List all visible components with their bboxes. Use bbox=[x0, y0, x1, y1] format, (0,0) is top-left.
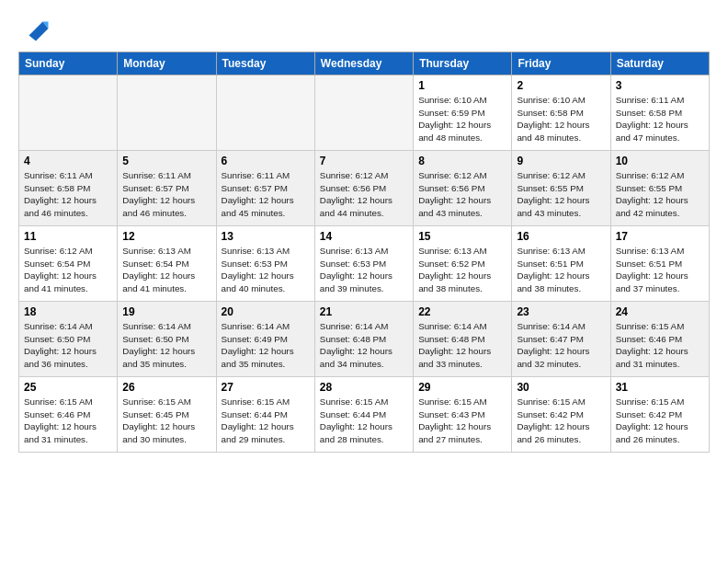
calendar-cell bbox=[314, 75, 413, 151]
col-header-friday: Friday bbox=[512, 52, 610, 75]
day-number: 24 bbox=[616, 305, 704, 318]
day-number: 14 bbox=[320, 230, 408, 243]
day-number: 15 bbox=[418, 230, 506, 243]
calendar-table: SundayMondayTuesdayWednesdayThursdayFrid… bbox=[18, 52, 710, 453]
calendar-cell bbox=[118, 75, 216, 151]
calendar-cell: 9Sunrise: 6:12 AMSunset: 6:55 PMDaylight… bbox=[512, 151, 610, 226]
day-number: 25 bbox=[24, 381, 112, 394]
day-number: 23 bbox=[517, 305, 605, 318]
calendar-cell: 5Sunrise: 6:11 AMSunset: 6:57 PMDaylight… bbox=[118, 151, 216, 226]
calendar-cell: 22Sunrise: 6:14 AMSunset: 6:48 PMDayligh… bbox=[414, 302, 512, 377]
day-number: 20 bbox=[222, 305, 310, 318]
day-number: 7 bbox=[320, 155, 408, 167]
day-info: Sunrise: 6:12 AMSunset: 6:55 PMDaylight:… bbox=[616, 169, 704, 220]
calendar-cell: 24Sunrise: 6:15 AMSunset: 6:46 PMDayligh… bbox=[610, 302, 709, 377]
day-info: Sunrise: 6:14 AMSunset: 6:50 PMDaylight:… bbox=[122, 320, 210, 371]
day-info: Sunrise: 6:15 AMSunset: 6:44 PMDaylight:… bbox=[222, 396, 310, 446]
day-number: 9 bbox=[517, 155, 605, 167]
calendar-cell: 4Sunrise: 6:11 AMSunset: 6:58 PMDaylight… bbox=[19, 151, 118, 226]
day-number: 4 bbox=[24, 155, 112, 167]
calendar-cell: 14Sunrise: 6:13 AMSunset: 6:53 PMDayligh… bbox=[314, 226, 413, 302]
day-number: 3 bbox=[616, 79, 704, 92]
calendar-cell: 28Sunrise: 6:15 AMSunset: 6:44 PMDayligh… bbox=[314, 377, 413, 453]
calendar-cell: 17Sunrise: 6:13 AMSunset: 6:51 PMDayligh… bbox=[610, 226, 709, 302]
day-info: Sunrise: 6:15 AMSunset: 6:42 PMDaylight:… bbox=[616, 396, 704, 446]
calendar-cell: 16Sunrise: 6:13 AMSunset: 6:51 PMDayligh… bbox=[512, 226, 610, 302]
calendar-week-row: 18Sunrise: 6:14 AMSunset: 6:50 PMDayligh… bbox=[19, 302, 710, 377]
day-number: 10 bbox=[616, 155, 704, 167]
day-info: Sunrise: 6:11 AMSunset: 6:57 PMDaylight:… bbox=[222, 169, 310, 220]
day-info: Sunrise: 6:14 AMSunset: 6:48 PMDaylight:… bbox=[320, 320, 408, 371]
day-number: 11 bbox=[24, 230, 112, 243]
calendar-cell: 15Sunrise: 6:13 AMSunset: 6:52 PMDayligh… bbox=[414, 226, 512, 302]
page-container: SundayMondayTuesdayWednesdayThursdayFrid… bbox=[0, 0, 728, 462]
calendar-cell: 10Sunrise: 6:12 AMSunset: 6:55 PMDayligh… bbox=[610, 151, 709, 226]
day-info: Sunrise: 6:12 AMSunset: 6:55 PMDaylight:… bbox=[517, 169, 605, 220]
day-number: 2 bbox=[517, 79, 605, 92]
calendar-cell bbox=[19, 75, 118, 151]
calendar-cell: 1Sunrise: 6:10 AMSunset: 6:59 PMDaylight… bbox=[414, 75, 512, 151]
logo-icon bbox=[22, 15, 50, 42]
day-number: 1 bbox=[418, 79, 506, 92]
day-info: Sunrise: 6:10 AMSunset: 6:58 PMDaylight:… bbox=[517, 94, 605, 144]
calendar-week-row: 1Sunrise: 6:10 AMSunset: 6:59 PMDaylight… bbox=[19, 75, 710, 151]
day-number: 13 bbox=[222, 230, 310, 243]
day-info: Sunrise: 6:15 AMSunset: 6:46 PMDaylight:… bbox=[24, 396, 112, 446]
day-info: Sunrise: 6:11 AMSunset: 6:57 PMDaylight:… bbox=[122, 169, 210, 220]
day-info: Sunrise: 6:15 AMSunset: 6:42 PMDaylight:… bbox=[517, 396, 605, 446]
day-number: 12 bbox=[122, 230, 210, 243]
col-header-sunday: Sunday bbox=[19, 52, 118, 75]
calendar-cell: 6Sunrise: 6:11 AMSunset: 6:57 PMDaylight… bbox=[216, 151, 314, 226]
day-info: Sunrise: 6:11 AMSunset: 6:58 PMDaylight:… bbox=[24, 169, 112, 220]
calendar-cell: 12Sunrise: 6:13 AMSunset: 6:54 PMDayligh… bbox=[118, 226, 216, 302]
day-number: 28 bbox=[320, 381, 408, 394]
day-info: Sunrise: 6:12 AMSunset: 6:56 PMDaylight:… bbox=[320, 169, 408, 220]
calendar-cell: 8Sunrise: 6:12 AMSunset: 6:56 PMDaylight… bbox=[414, 151, 512, 226]
day-info: Sunrise: 6:13 AMSunset: 6:52 PMDaylight:… bbox=[418, 245, 506, 295]
day-info: Sunrise: 6:11 AMSunset: 6:58 PMDaylight:… bbox=[616, 94, 704, 144]
calendar-cell: 23Sunrise: 6:14 AMSunset: 6:47 PMDayligh… bbox=[512, 302, 610, 377]
day-number: 16 bbox=[517, 230, 605, 243]
day-info: Sunrise: 6:15 AMSunset: 6:45 PMDaylight:… bbox=[122, 396, 210, 446]
day-number: 8 bbox=[418, 155, 506, 167]
day-number: 6 bbox=[222, 155, 310, 167]
calendar-cell: 18Sunrise: 6:14 AMSunset: 6:50 PMDayligh… bbox=[19, 302, 118, 377]
calendar-cell: 27Sunrise: 6:15 AMSunset: 6:44 PMDayligh… bbox=[216, 377, 314, 453]
day-number: 19 bbox=[122, 305, 210, 318]
col-header-monday: Monday bbox=[118, 52, 216, 75]
day-number: 29 bbox=[418, 381, 506, 394]
day-info: Sunrise: 6:14 AMSunset: 6:50 PMDaylight:… bbox=[24, 320, 112, 371]
day-info: Sunrise: 6:14 AMSunset: 6:47 PMDaylight:… bbox=[517, 320, 605, 371]
day-info: Sunrise: 6:13 AMSunset: 6:54 PMDaylight:… bbox=[122, 245, 210, 295]
calendar-cell: 29Sunrise: 6:15 AMSunset: 6:43 PMDayligh… bbox=[414, 377, 512, 453]
calendar-cell: 13Sunrise: 6:13 AMSunset: 6:53 PMDayligh… bbox=[216, 226, 314, 302]
calendar-header-row: SundayMondayTuesdayWednesdayThursdayFrid… bbox=[19, 52, 710, 75]
day-number: 30 bbox=[517, 381, 605, 394]
day-info: Sunrise: 6:10 AMSunset: 6:59 PMDaylight:… bbox=[418, 94, 506, 144]
day-info: Sunrise: 6:13 AMSunset: 6:53 PMDaylight:… bbox=[320, 245, 408, 295]
day-info: Sunrise: 6:15 AMSunset: 6:43 PMDaylight:… bbox=[418, 396, 506, 446]
day-info: Sunrise: 6:13 AMSunset: 6:51 PMDaylight:… bbox=[517, 245, 605, 295]
day-info: Sunrise: 6:12 AMSunset: 6:54 PMDaylight:… bbox=[24, 245, 112, 295]
calendar-cell: 19Sunrise: 6:14 AMSunset: 6:50 PMDayligh… bbox=[118, 302, 216, 377]
calendar-cell: 3Sunrise: 6:11 AMSunset: 6:58 PMDaylight… bbox=[610, 75, 709, 151]
day-info: Sunrise: 6:13 AMSunset: 6:53 PMDaylight:… bbox=[222, 245, 310, 295]
calendar-cell: 31Sunrise: 6:15 AMSunset: 6:42 PMDayligh… bbox=[610, 377, 709, 453]
day-number: 5 bbox=[122, 155, 210, 167]
day-info: Sunrise: 6:15 AMSunset: 6:46 PMDaylight:… bbox=[616, 320, 704, 371]
calendar-cell: 11Sunrise: 6:12 AMSunset: 6:54 PMDayligh… bbox=[19, 226, 118, 302]
calendar-cell: 30Sunrise: 6:15 AMSunset: 6:42 PMDayligh… bbox=[512, 377, 610, 453]
col-header-wednesday: Wednesday bbox=[314, 52, 413, 75]
day-info: Sunrise: 6:14 AMSunset: 6:49 PMDaylight:… bbox=[222, 320, 310, 371]
calendar-cell: 25Sunrise: 6:15 AMSunset: 6:46 PMDayligh… bbox=[19, 377, 118, 453]
day-number: 22 bbox=[418, 305, 506, 318]
day-number: 27 bbox=[222, 381, 310, 394]
day-info: Sunrise: 6:14 AMSunset: 6:48 PMDaylight:… bbox=[418, 320, 506, 371]
day-number: 26 bbox=[122, 381, 210, 394]
calendar-cell bbox=[216, 75, 314, 151]
calendar-cell: 21Sunrise: 6:14 AMSunset: 6:48 PMDayligh… bbox=[314, 302, 413, 377]
col-header-thursday: Thursday bbox=[414, 52, 512, 75]
calendar-cell: 26Sunrise: 6:15 AMSunset: 6:45 PMDayligh… bbox=[118, 377, 216, 453]
logo bbox=[18, 15, 50, 42]
calendar-cell: 7Sunrise: 6:12 AMSunset: 6:56 PMDaylight… bbox=[314, 151, 413, 226]
